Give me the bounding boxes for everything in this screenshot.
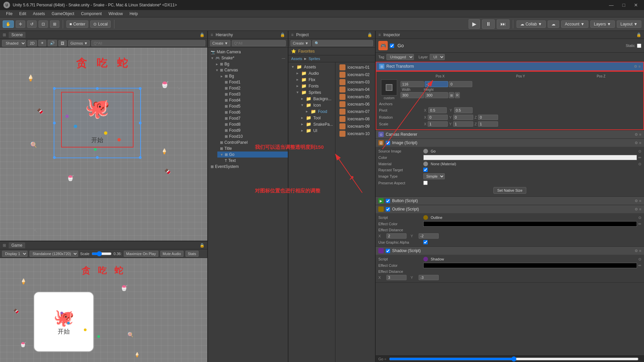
scene-viewport[interactable]: 贪 吃 蛇 [0,48,207,241]
tag-select[interactable]: Untagged [386,54,414,60]
hier-food3[interactable]: ⊞Food3 [222,91,288,97]
menu-edit[interactable]: Edit [16,11,30,17]
hier-food8[interactable]: ⊞Food8 [222,121,288,127]
cloud-button[interactable]: ☁ [548,20,559,28]
pos-x-input[interactable] [400,81,424,87]
outline-menu-icon[interactable]: ≡ [639,207,641,212]
rect-transform-header[interactable]: ⊞ Rect Transform ⚙ ≡ [376,62,644,71]
menu-file[interactable]: File [3,11,16,17]
project-audio[interactable]: ► 📁 Audio [293,70,335,76]
project-create-button[interactable]: Create ▼ [290,40,311,46]
width-input[interactable] [400,92,424,98]
button-menu-icon[interactable]: ≡ [639,199,641,203]
rot-x-input[interactable] [428,115,448,120]
project-backgro[interactable]: ► 📁 Backgro... [298,96,335,102]
hier-bg2[interactable]: ► ⊞ Bg [217,73,288,79]
pos-y-input[interactable] [425,81,448,87]
outline-color-edit-icon[interactable]: ✏ [638,222,641,226]
outline-dist-y-input[interactable] [419,233,439,239]
image-menu-icon[interactable]: ≡ [639,141,641,145]
inspector-scroll[interactable]: ⊞ Rect Transform ⚙ ≡ Pos X Pos Y Pos Z [376,62,644,355]
menu-component[interactable]: Component [77,11,105,17]
hier-food10[interactable]: ⊞Food10 [222,133,288,139]
tool-move[interactable]: ✛ [16,20,25,28]
mute-audio-button[interactable]: Mute Audio [160,251,183,257]
rect-r-button[interactable]: R [455,92,460,98]
set-native-size-button[interactable]: Set Native Size [493,187,526,194]
outline-dist-x-input[interactable] [386,233,407,239]
project-ui[interactable]: ► 📁 UI [298,127,335,134]
scene-lock[interactable]: 🔒 [200,33,205,37]
image-settings-icon[interactable]: ⚙ [635,141,638,145]
account-button[interactable]: Account ▼ [561,20,588,28]
tool-rect[interactable]: ⊞ [50,20,59,28]
display-select[interactable]: Display 1 [2,251,28,257]
hierarchy-create-button[interactable]: Create ▼ [210,40,230,46]
hierarchy-search[interactable] [232,40,286,46]
color-swatch[interactable] [423,155,637,160]
outline-script-header[interactable]: Outline (Script) ⚙ ≡ [376,205,644,213]
sprite-icecream-01[interactable]: icecream-01 [337,64,374,71]
sprite-icecream-10[interactable]: icecream-10 [337,130,374,137]
hier-food2[interactable]: ⊞Food2 [222,85,288,91]
hier-bg[interactable]: ► ⊞ Bg [213,61,288,67]
project-lock[interactable]: 🔒 [367,33,372,37]
project-sprites[interactable]: ▼ 📁 Sprites [293,89,335,96]
project-assets-root[interactable]: ▼ 📁 Assets [288,64,335,70]
pivot-y-input[interactable] [454,107,473,113]
minimize-button[interactable]: — [606,2,616,8]
project-fonts[interactable]: ► 📁 Fonts [293,83,335,89]
project-search[interactable] [312,40,373,46]
material-pick[interactable]: ⊙ [638,162,641,166]
menu-gameobject[interactable]: GameObject [48,11,77,17]
shadow-dist-x-input[interactable] [386,275,407,280]
hier-food7[interactable]: ⊞Food7 [222,115,288,121]
pause-button[interactable]: ⏸ [482,19,495,29]
inspector-static-checkbox[interactable] [637,44,641,48]
hier-main-camera[interactable]: 📷 Main Camera [208,49,288,55]
rect-anchor-widget[interactable] [381,79,397,96]
scale-x-input[interactable] [428,121,448,127]
shadow-effect-color-swatch[interactable] [423,263,637,268]
inspector-lock[interactable]: 🔒 [636,33,641,37]
maximize-on-play-button[interactable]: Maximize On Play [124,251,158,257]
lighting-button[interactable]: ☀ [38,40,46,46]
game-lock[interactable]: 🔒 [200,243,205,248]
inspector-active-checkbox[interactable] [390,44,394,48]
hier-eventsystem[interactable]: ⊞EventSystem [208,164,288,170]
project-tab[interactable]: Project [296,33,309,37]
shadow-dist-y-input[interactable] [419,275,439,280]
sprite-icecream-08[interactable]: icecream-08 [337,115,374,123]
shadow-pick[interactable]: ⊙ [638,257,641,261]
project-food[interactable]: ► 📁 Food [303,108,335,115]
canvas-renderer-header[interactable]: ⊙ Canvas Renderer ⚙ ≡ [376,130,644,138]
close-button[interactable]: ✕ [631,2,641,8]
sprite-icecream-04[interactable]: icecream-04 [337,86,374,93]
favorites-section[interactable]: ⭐ Favorites [288,48,375,55]
hier-food5[interactable]: ⊞Food5 [222,103,288,109]
canvas-settings-icon[interactable]: ⚙ [635,132,638,137]
stats-button[interactable]: Stats [185,251,199,257]
scale-slider[interactable] [92,251,112,256]
rect-transform-menu-icon[interactable]: ≡ [639,64,641,69]
canvas-menu-icon[interactable]: ≡ [639,132,641,137]
outline-settings-icon[interactable]: ⚙ [635,207,638,212]
project-fbx[interactable]: ► 📁 Fbx [293,76,335,83]
project-snakepa[interactable]: ► 📁 SnakePa... [298,121,335,127]
rect-transform-settings-icon[interactable]: ⚙ [634,64,637,69]
rect-expand-button[interactable]: ⊞ [449,92,454,98]
shadow-script-checkbox[interactable] [386,249,390,253]
layers-button[interactable]: Layers ▼ [590,20,615,28]
game-start-button[interactable]: 🐙 开始 [34,292,94,352]
step-button[interactable]: ⏭ [497,19,509,29]
sprite-icecream-02[interactable]: icecream-02 [337,71,374,78]
maximize-button[interactable]: □ [620,2,628,8]
menu-help[interactable]: Help [126,11,141,17]
hier-food6[interactable]: ⊞Food6 [222,109,288,115]
breadcrumb-sprites[interactable]: Sprites [309,57,320,61]
tool-hand[interactable]: ✋ [3,20,14,28]
scale-y-input[interactable] [453,121,473,127]
shadow-settings-icon[interactable]: ⚙ [635,249,638,253]
inspector-tab[interactable]: Inspector [383,33,400,37]
tool-scale[interactable]: ⊡ [39,20,48,28]
